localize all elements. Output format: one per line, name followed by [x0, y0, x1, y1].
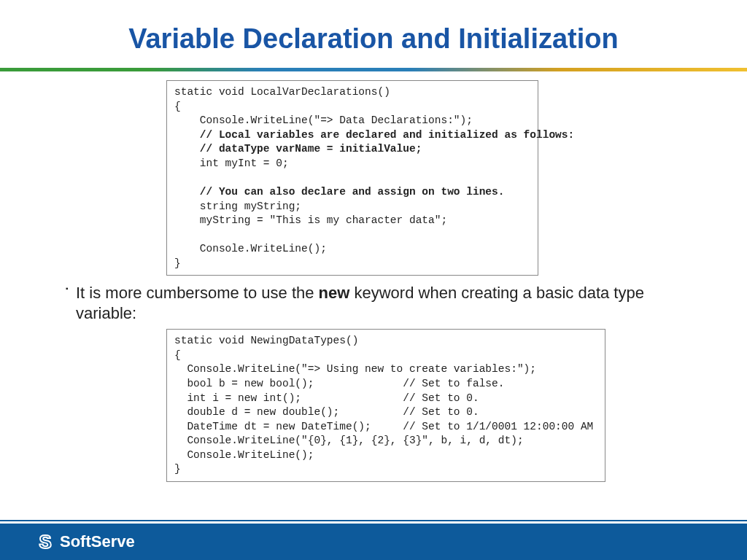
code-line: Console.WriteLine(); — [174, 243, 327, 254]
code-line: } — [174, 257, 181, 269]
footer-bar: SoftServe — [0, 524, 747, 560]
bullet-bold: new — [319, 284, 350, 302]
code-line: // You can also declare and assign on tw… — [174, 186, 504, 198]
slide-title: Variable Declaration and Initialization — [0, 0, 747, 68]
code-line: static void NewingDataTypes() — [174, 335, 358, 346]
code-line: bool b = new bool(); // Set to false. — [174, 378, 504, 389]
code-line: { — [174, 349, 181, 361]
code-line: Console.WriteLine("=> Data Declarations:… — [174, 114, 473, 126]
code-line: // dataType varName = initialValue; — [174, 143, 422, 155]
code-line: string myString; — [174, 201, 301, 212]
bullet-part1: It is more cumbersome to use the — [76, 284, 319, 302]
code-line: int myInt = 0; — [174, 158, 289, 169]
code-line: // Local variables are declared and init… — [174, 129, 574, 141]
code-line: static void LocalVarDeclarations() — [174, 86, 390, 98]
code-line: double d = new double(); // Set to 0. — [174, 406, 479, 418]
divider-gradient — [0, 68, 747, 71]
code-line: Console.WriteLine("=> Using new to creat… — [174, 363, 536, 375]
bullet-text: It is more cumbersome to use the new key… — [66, 283, 681, 323]
footer-divider — [0, 520, 747, 521]
code-line: DateTime dt = new DateTime(); // Set to … — [174, 421, 593, 432]
code-line: int i = new int(); // Set to 0. — [174, 392, 479, 404]
code-line: Console.WriteLine("{0}, {1}, {2}, {3}", … — [174, 435, 524, 446]
footer: SoftServe — [0, 520, 747, 560]
logo-icon — [35, 532, 55, 552]
code-block-1: static void LocalVarDeclarations() { Con… — [166, 80, 538, 276]
brand-text: SoftServe — [60, 532, 135, 551]
code-line: { — [174, 101, 181, 112]
code-line: Console.WriteLine(); — [174, 449, 314, 461]
code-line: myString = "This is my character data"; — [174, 214, 447, 226]
brand-logo: SoftServe — [35, 532, 135, 552]
code-line: } — [174, 463, 181, 475]
code-block-2: static void NewingDataTypes() { Console.… — [166, 329, 605, 482]
